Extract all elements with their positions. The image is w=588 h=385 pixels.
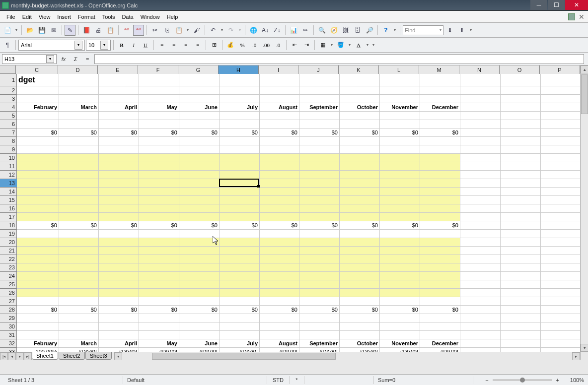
- cell-O20[interactable]: [501, 238, 541, 247]
- cell-E20[interactable]: [99, 238, 139, 247]
- cell-J25[interactable]: [299, 280, 340, 289]
- cell-H16[interactable]: [220, 204, 260, 213]
- row-header-26[interactable]: 26: [0, 289, 17, 297]
- cell-P6[interactable]: [541, 120, 580, 128]
- format-overflow[interactable]: ▾: [371, 43, 376, 47]
- cell-L5[interactable]: [380, 112, 420, 120]
- cell-I24[interactable]: [260, 272, 299, 280]
- cell-C27[interactable]: [17, 297, 59, 306]
- cell-D11[interactable]: [59, 162, 99, 171]
- cell-M25[interactable]: [420, 280, 460, 289]
- cell-O31[interactable]: [501, 331, 541, 339]
- cell-M31[interactable]: [420, 331, 460, 339]
- cell-E21[interactable]: [99, 247, 139, 255]
- cell-L29[interactable]: [380, 314, 420, 322]
- cell-P12[interactable]: [541, 171, 580, 179]
- format-paint-icon[interactable]: 🖌: [191, 25, 202, 36]
- cell-F20[interactable]: [139, 238, 179, 247]
- cell-G7[interactable]: $0: [179, 128, 220, 137]
- cell-I22[interactable]: [260, 255, 299, 263]
- cell-D5[interactable]: [59, 112, 99, 120]
- align-center-button[interactable]: ≡: [168, 40, 179, 51]
- cell-L18[interactable]: $0: [380, 221, 420, 230]
- cell-M9[interactable]: [420, 145, 460, 154]
- cell-I30[interactable]: [260, 322, 299, 331]
- cell-L26[interactable]: [380, 289, 420, 297]
- cell-C2[interactable]: [17, 86, 59, 95]
- row-header-23[interactable]: 23: [0, 263, 17, 272]
- col-header-L[interactable]: L: [379, 65, 419, 74]
- cell-O9[interactable]: [501, 145, 541, 154]
- cell-N9[interactable]: [460, 145, 501, 154]
- cell-E15[interactable]: [99, 196, 139, 204]
- bgcolor-button[interactable]: 🪣: [335, 40, 346, 51]
- menu-insert[interactable]: Insert: [54, 13, 74, 21]
- row-header-9[interactable]: 9: [0, 145, 17, 154]
- cell-N12[interactable]: [460, 171, 501, 179]
- cell-O21[interactable]: [501, 247, 541, 255]
- cell-F8[interactable]: [139, 137, 179, 145]
- zoom-slider[interactable]: [493, 379, 552, 381]
- cell-C3[interactable]: [17, 95, 59, 103]
- cell-C8[interactable]: [17, 137, 59, 145]
- cell-N7[interactable]: [460, 128, 501, 137]
- cell-K15[interactable]: [340, 196, 380, 204]
- cell-H29[interactable]: [220, 314, 260, 322]
- cell-M15[interactable]: [420, 196, 460, 204]
- cell-J1[interactable]: [299, 74, 340, 86]
- cell-P5[interactable]: [541, 112, 580, 120]
- cell-D1[interactable]: [59, 74, 99, 86]
- cell-E5[interactable]: [99, 112, 139, 120]
- cell-H15[interactable]: [220, 196, 260, 204]
- chart-icon[interactable]: 📊: [288, 25, 299, 36]
- cell-N3[interactable]: [460, 95, 501, 103]
- cell-K30[interactable]: [340, 322, 380, 331]
- next-sheet-button[interactable]: ▸: [16, 352, 24, 360]
- cell-F1[interactable]: [139, 74, 179, 86]
- cell-G29[interactable]: [179, 314, 220, 322]
- cell-E31[interactable]: [99, 331, 139, 339]
- email-icon[interactable]: ✉: [48, 25, 59, 36]
- cell-F9[interactable]: [139, 145, 179, 154]
- cell-C32[interactable]: February: [17, 339, 59, 348]
- cell-K4[interactable]: October: [340, 103, 380, 112]
- cell-G16[interactable]: [179, 204, 220, 213]
- col-header-K[interactable]: K: [339, 65, 379, 74]
- cell-I1[interactable]: [260, 74, 299, 86]
- cell-O26[interactable]: [501, 289, 541, 297]
- cell-C10[interactable]: [17, 154, 59, 162]
- cell-D7[interactable]: $0: [59, 128, 99, 137]
- cell-C23[interactable]: [17, 263, 59, 272]
- cell-E23[interactable]: [99, 263, 139, 272]
- cell-H31[interactable]: [220, 331, 260, 339]
- cell-L8[interactable]: [380, 137, 420, 145]
- cell-O3[interactable]: [501, 95, 541, 103]
- col-header-I[interactable]: I: [259, 65, 298, 74]
- cell-O30[interactable]: [501, 322, 541, 331]
- cell-M6[interactable]: [420, 120, 460, 128]
- cell-N26[interactable]: [460, 289, 501, 297]
- status-style[interactable]: Default: [123, 376, 267, 384]
- cell-N4[interactable]: [460, 103, 501, 112]
- cell-K14[interactable]: [340, 188, 380, 196]
- cell-I5[interactable]: [260, 112, 299, 120]
- cell-H2[interactable]: [220, 86, 260, 95]
- row-header-4[interactable]: 4: [0, 103, 17, 112]
- cell-P24[interactable]: [541, 272, 580, 280]
- fontcolor-dropdown[interactable]: ▾: [365, 43, 370, 47]
- cell-F15[interactable]: [139, 196, 179, 204]
- cell-P22[interactable]: [541, 255, 580, 263]
- cell-M22[interactable]: [420, 255, 460, 263]
- currency-button[interactable]: 💰: [225, 40, 236, 51]
- cell-H20[interactable]: [220, 238, 260, 247]
- cell-E14[interactable]: [99, 188, 139, 196]
- cell-I15[interactable]: [260, 196, 299, 204]
- font-name-input[interactable]: Arial▾: [18, 40, 85, 51]
- vertical-scrollbar[interactable]: ▴ ▾: [580, 65, 588, 352]
- cell-M26[interactable]: [420, 289, 460, 297]
- row-header-27[interactable]: 27: [0, 297, 17, 306]
- cell-O1[interactable]: [501, 74, 541, 86]
- cell-D4[interactable]: March: [59, 103, 99, 112]
- cell-D31[interactable]: [59, 331, 99, 339]
- cell-K8[interactable]: [340, 137, 380, 145]
